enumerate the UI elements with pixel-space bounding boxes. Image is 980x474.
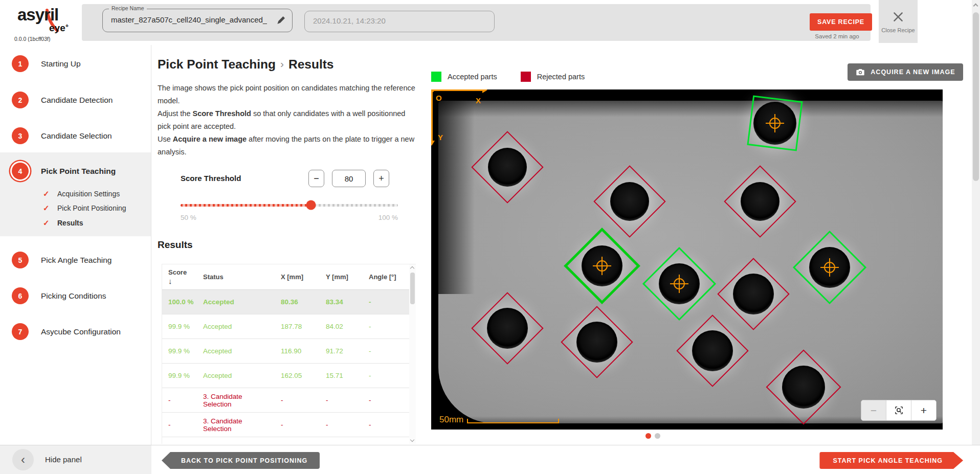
sidebar-step-picking-conditions[interactable]: 6 Picking Conditions	[0, 287, 151, 305]
threshold-decrement-button[interactable]: −	[308, 170, 324, 187]
threshold-increment-button[interactable]: +	[373, 170, 389, 187]
sidebar-step-candidate-detection[interactable]: 2 Candidate Detection	[0, 92, 151, 109]
cell-angle: -	[369, 298, 410, 306]
step-label: Starting Up	[41, 59, 81, 69]
main-panel: Pick Point Teaching›Results The image sh…	[158, 45, 419, 445]
app-logo: asyril eye+ 0.0.0 (1bcff03f)	[14, 4, 81, 44]
slider-knob[interactable]	[306, 200, 316, 210]
viewer-legend: Accepted parts Rejected parts	[431, 72, 585, 82]
y-axis-line	[431, 89, 433, 142]
cell-x: -	[281, 421, 326, 428]
step-label: Asycube Configuration	[41, 327, 121, 336]
sidebar-substep-acquisition-settings[interactable]: ✓ Acquisition Settings	[0, 189, 151, 200]
step-label: Pick Angle Teaching	[41, 256, 112, 265]
sidebar-step-asycube-configuration[interactable]: 7 Asycube Configuration	[0, 323, 151, 341]
window-scrollbar[interactable]	[972, 0, 980, 474]
origin-label: O	[436, 94, 442, 102]
column-header-y[interactable]: Y [mm]	[326, 273, 369, 281]
cell-y: 83.34	[326, 298, 369, 306]
table-row[interactable]: - 3. Candidate Selection - - -	[162, 413, 416, 437]
sidebar-substep-results[interactable]: ✓ Results	[0, 218, 151, 229]
fit-to-screen-icon	[894, 405, 904, 415]
close-icon	[892, 10, 905, 24]
close-recipe-button[interactable]: Close Recipe	[879, 0, 918, 43]
threshold-value-input[interactable]: 80	[332, 170, 366, 187]
app-version: 0.0.0 (1bcff03f)	[14, 36, 50, 42]
back-to-pick-point-positioning-button[interactable]: BACK TO PICK POINT POSITIONING	[162, 452, 320, 469]
cell-angle: -	[369, 396, 410, 404]
step-number-badge: 6	[12, 287, 29, 304]
recipe-timestamp-field: 2024.10.21, 14:23:20	[304, 11, 495, 32]
score-threshold-slider[interactable]	[181, 198, 398, 212]
zoom-fit-button[interactable]	[886, 400, 911, 420]
table-header-row: Score ↓ Status X [mm] Y [mm] Angle [°]	[162, 264, 416, 290]
collapse-panel-button[interactable]: ‹	[12, 449, 34, 470]
cell-y: -	[326, 421, 369, 428]
scrollbar-thumb[interactable]	[973, 12, 979, 181]
cell-x: 80.36	[281, 298, 326, 306]
page-dot[interactable]	[645, 433, 651, 439]
sidebar-substep-pick-point-positioning[interactable]: ✓ Pick Point Positioning	[0, 203, 151, 214]
table-scrollbar[interactable]	[409, 264, 416, 444]
table-row[interactable]: - 3. Candidate Selection - - -	[162, 388, 416, 413]
acquire-button-label: ACQUIRE A NEW IMAGE	[871, 69, 955, 76]
cell-score: 99.9 %	[162, 323, 203, 330]
cell-y: -	[326, 396, 369, 404]
recipe-name-value[interactable]: master_827a507c_cell240_single_advanced_	[111, 15, 267, 24]
scale-bar	[467, 419, 559, 423]
top-bar: asyril eye+ 0.0.0 (1bcff03f) Recipe Name…	[0, 0, 980, 45]
step-number-badge: 2	[12, 92, 29, 108]
table-row[interactable]: 99.9 % Accepted 162.05 15.71 -	[162, 364, 416, 388]
table-scrollbar-thumb[interactable]	[410, 273, 415, 304]
column-header-angle[interactable]: Angle [°]	[369, 273, 410, 281]
cell-x: 116.90	[281, 347, 326, 355]
cell-status: Accepted	[203, 298, 281, 306]
table-scroll-down-icon[interactable]	[410, 438, 414, 442]
pick-point-crosshair-icon	[674, 278, 685, 289]
table-row[interactable]: 100.0 % Accepted 80.36 83.34 -	[162, 290, 416, 314]
hide-panel-label[interactable]: Hide panel	[45, 455, 82, 464]
breadcrumb-separator: ›	[280, 58, 284, 70]
part-bounding-box	[717, 258, 789, 330]
part-bounding-box	[471, 131, 543, 203]
sidebar-step-pick-point-teaching[interactable]: 4 Pick Point Teaching	[0, 163, 151, 180]
pagination-dots	[645, 433, 660, 439]
recipe-name-field[interactable]: Recipe Name master_827a507c_cell240_sing…	[102, 9, 293, 32]
pick-point-crosshair-icon	[596, 260, 608, 272]
x-axis-label: X	[476, 96, 481, 105]
column-header-status[interactable]: Status	[203, 273, 281, 281]
table-scroll-up-icon[interactable]	[410, 266, 414, 270]
cell-status: 3. Candidate Selection	[203, 393, 281, 408]
sidebar-step-candidate-selection[interactable]: 3 Candidate Selection	[0, 127, 151, 145]
start-pick-angle-teaching-button[interactable]: START PICK ANGLE TEACHING	[819, 452, 963, 469]
camera-image[interactable]: O X Y 50mm − +	[431, 89, 943, 430]
zoom-out-button[interactable]: −	[861, 400, 886, 420]
sidebar-step-starting-up[interactable]: 1 Starting Up	[0, 55, 151, 73]
scroll-up-icon[interactable]	[973, 4, 978, 9]
step-label: Pick Point Teaching	[41, 167, 116, 176]
zoom-in-button[interactable]: +	[911, 400, 936, 420]
acquire-new-image-button[interactable]: ACQUIRE A NEW IMAGE	[848, 63, 963, 81]
panel-footer: ‹ Hide panel	[0, 445, 151, 474]
column-header-score[interactable]: Score ↓	[162, 268, 203, 285]
check-icon: ✓	[43, 189, 50, 198]
pick-point-crosshair-icon	[824, 262, 835, 273]
sort-descending-icon[interactable]: ↓	[168, 277, 197, 285]
page-dot[interactable]	[655, 433, 660, 439]
sidebar-step-pick-angle-teaching[interactable]: 5 Pick Angle Teaching	[0, 252, 151, 269]
logo-wordmark: asyril	[17, 5, 58, 25]
cell-angle: -	[369, 372, 410, 379]
table-row[interactable]: 99.9 % Accepted 187.78 84.02 -	[162, 314, 416, 339]
edit-pencil-icon[interactable]	[276, 15, 286, 25]
description-line: Adjust the Score Threshold so that only …	[158, 107, 416, 133]
step-number-badge: 1	[12, 55, 29, 72]
scale-label: 50mm	[439, 415, 463, 425]
save-recipe-button[interactable]: SAVE RECIPE	[810, 13, 872, 31]
x-axis-arrow-icon	[482, 89, 487, 93]
column-header-x[interactable]: X [mm]	[281, 273, 326, 281]
cell-score: 99.9 %	[162, 372, 203, 379]
pick-point-crosshair-icon	[769, 118, 781, 129]
table-row[interactable]: 99.9 % Accepted 116.90 91.72 -	[162, 339, 416, 364]
cell-x: 162.05	[281, 372, 326, 379]
chevron-left-icon: ‹	[21, 453, 25, 467]
